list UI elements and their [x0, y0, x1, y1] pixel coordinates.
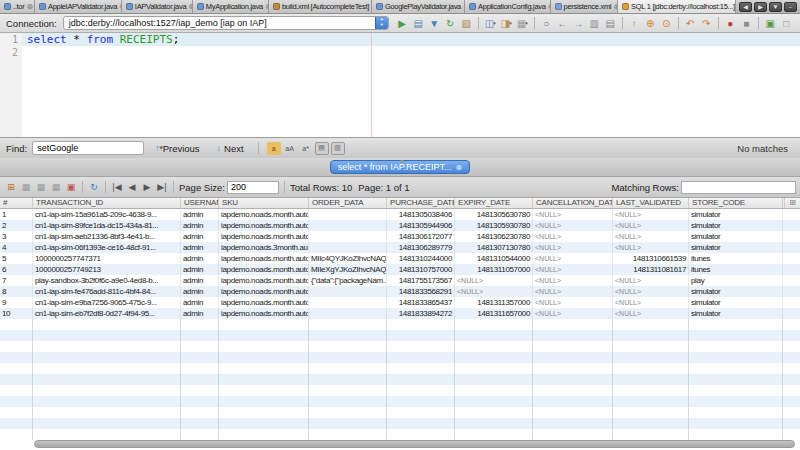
table-cell[interactable]: cn1-iap-sim-aeb21336-8bf3-4e41-b... — [33, 231, 181, 242]
table-cell[interactable]: <NULL> — [533, 275, 613, 286]
table-cell[interactable]: iapdemo.noads.month.auto — [219, 264, 309, 275]
table-cell[interactable]: admin — [181, 253, 219, 264]
table-cell[interactable]: MIIeXgYJKoZIhvcNAQc... — [309, 264, 387, 275]
table-cell[interactable]: admin — [181, 275, 219, 286]
table-cell[interactable]: simulator — [689, 220, 783, 231]
table-cell[interactable]: iapdemo.noads.month.auto — [219, 231, 309, 242]
table-cell[interactable]: 1481311357000 — [455, 297, 533, 308]
splitter-grip-icon[interactable] — [400, 160, 404, 163]
table-cell[interactable]: 1481305930780 — [455, 220, 533, 231]
table-cell[interactable]: iapdemo.noads.month.auto — [219, 286, 309, 297]
column-picker-icon[interactable]: ⊞ — [784, 198, 800, 208]
table-cell[interactable]: 1000000257747371 — [33, 253, 181, 264]
table-cell[interactable]: simulator — [689, 308, 783, 319]
column-header[interactable]: SKU — [219, 198, 309, 208]
table-row[interactable]: 1cn1-iap-sim-15a961a5-209c-4638-9...admi… — [0, 209, 800, 220]
table-row[interactable]: 4cn1-iap-sim-06f1393e-ce16-48cf-91...adm… — [0, 242, 800, 253]
table-cell[interactable]: 1481311081617 — [613, 264, 689, 275]
table-cell[interactable]: admin — [181, 308, 219, 319]
table-cell[interactable] — [309, 220, 387, 231]
regex-icon[interactable]: a* — [299, 142, 313, 155]
table-cell[interactable]: 1481311657000 — [455, 308, 533, 319]
table-cell[interactable]: simulator — [689, 242, 783, 253]
table-cell[interactable]: <NULL> — [533, 242, 613, 253]
editor-tab[interactable]: MyApplication.java⊗ — [193, 0, 269, 13]
highlight-results-icon[interactable]: a — [267, 142, 281, 155]
table-cell[interactable]: itunes — [689, 253, 783, 264]
table-cell[interactable]: iapdemo.noads.month.auto — [219, 308, 309, 319]
close-tab-icon[interactable]: ⊗ — [26, 2, 32, 11]
table-cell[interactable]: iapdemo.noads.month.auto — [219, 220, 309, 231]
zoom-icon[interactable]: ○ — [539, 16, 554, 31]
last-page-icon[interactable]: ▶| — [155, 180, 169, 194]
horizontal-scrollbar[interactable] — [34, 440, 795, 448]
table-cell[interactable]: 5 — [0, 253, 33, 264]
table-cell[interactable]: 10 — [0, 308, 33, 319]
table-cell[interactable]: cn1-iap-sim-eb7f2df8-0d27-4f94-95... — [33, 308, 181, 319]
statement-list-icon[interactable]: ▥ — [587, 16, 602, 31]
table-cell[interactable]: cn1-iap-sim-89fce1da-dc15-434a-81... — [33, 220, 181, 231]
wrap-search-toggle[interactable]: ▥ — [331, 142, 345, 155]
export-icon[interactable]: ▧ — [459, 16, 474, 31]
grid-view-icon[interactable]: ▦ — [19, 180, 33, 194]
next-page-icon[interactable]: ▶ — [140, 180, 154, 194]
table-cell[interactable]: <NULL> — [613, 275, 689, 286]
table-cell[interactable]: 1481305944906 — [387, 220, 455, 231]
table-cell[interactable]: admin — [181, 286, 219, 297]
table-cell[interactable]: 1481307130780 — [455, 242, 533, 253]
table-cell[interactable]: <NULL> — [613, 231, 689, 242]
table-cell[interactable]: 1481833568291 — [387, 286, 455, 297]
db-options-icon[interactable]: ▦▾ — [515, 16, 530, 31]
table-cell[interactable]: 1481306172077 — [387, 231, 455, 242]
table-cell[interactable]: cn1-iap-sim-fe476add-811c-4bf4-84... — [33, 286, 181, 297]
table-cell[interactable]: simulator — [689, 286, 783, 297]
stop-macro-icon[interactable]: ■ — [739, 16, 754, 31]
table-cell[interactable]: 3 — [0, 231, 33, 242]
column-header[interactable]: USERNAME — [181, 198, 219, 208]
table-cell[interactable]: MIIc4QYJKoZIhvcNAQc... — [309, 253, 387, 264]
table-cell[interactable]: <NULL> — [533, 308, 613, 319]
table-cell[interactable]: <NULL> — [613, 308, 689, 319]
table-cell[interactable]: 1481311057000 — [455, 264, 533, 275]
table-cell[interactable]: <NULL> — [533, 264, 613, 275]
table-cell[interactable] — [309, 297, 387, 308]
editor-tab[interactable]: GooglePlayValidator.java⊗ — [372, 0, 465, 13]
close-results-icon[interactable]: ⊗ — [456, 163, 463, 172]
table-cell[interactable]: 1481306289779 — [387, 242, 455, 253]
minimize-button[interactable]: − — [784, 2, 797, 12]
table-row[interactable]: 3cn1-iap-sim-aeb21336-8bf3-4e41-b...admi… — [0, 231, 800, 242]
table-cell[interactable]: cn1-iap-sim-15a961a5-209c-4638-9... — [33, 209, 181, 220]
table-cell[interactable]: 7 — [0, 275, 33, 286]
table-cell[interactable]: <NULL> — [613, 220, 689, 231]
run-file-icon[interactable]: ▣ — [763, 16, 778, 31]
table-row[interactable]: 7play-sandbox-3b2f0f6c-a9e0-4ed8-b...adm… — [0, 275, 800, 286]
column-header[interactable]: EXPIRY_DATE — [455, 198, 533, 208]
db-schema-icon[interactable]: ◨▾ — [499, 16, 514, 31]
table-row[interactable]: 9cn1-iap-sim-e9ba7256-9065-475c-9...admi… — [0, 297, 800, 308]
table-cell[interactable]: 1000000257749213 — [33, 264, 181, 275]
key-list-icon[interactable]: ⊙ — [659, 16, 674, 31]
editor-tab[interactable]: SQL 1 [jdbc:derby://localhost:15...]⊗ — [618, 0, 736, 13]
table-cell[interactable]: iapdemo.noads.month.auto — [219, 297, 309, 308]
column-header[interactable]: LAST_VALIDATED — [613, 198, 689, 208]
table-cell[interactable]: admin — [181, 220, 219, 231]
column-header[interactable]: ORDER_DATA — [309, 198, 387, 208]
table-cell[interactable]: 1481305630780 — [455, 209, 533, 220]
run-sql-icon[interactable]: ▶ — [395, 16, 410, 31]
editor-tab[interactable]: IAPValidator.java⊗ — [122, 0, 193, 13]
table-cell[interactable]: {"data":{"packageNam... — [309, 275, 387, 286]
table-cell[interactable]: cn1-iap-sim-06f1393e-ce16-48cf-91... — [33, 242, 181, 253]
editor-tab[interactable]: build.xml [AutocompleteTest]⊗ — [269, 0, 372, 13]
table-cell[interactable]: admin — [181, 242, 219, 253]
column-header[interactable]: TRANSACTION_ID — [33, 198, 181, 208]
table-cell[interactable]: 1481310757000 — [387, 264, 455, 275]
search-selection-toggle[interactable]: ▤ — [315, 142, 329, 155]
refresh-schema-icon[interactable]: ↻ — [443, 16, 458, 31]
tab-scroll-right-button[interactable]: ▶ — [754, 2, 767, 12]
prev-page-icon[interactable]: ◀ — [125, 180, 139, 194]
commit-icon[interactable]: ▣ — [64, 180, 78, 194]
table-cell[interactable]: <NULL> — [533, 209, 613, 220]
attach-icon[interactable]: □ — [779, 16, 794, 31]
table-cell[interactable] — [309, 242, 387, 253]
column-view-icon[interactable]: ▦ — [49, 180, 63, 194]
